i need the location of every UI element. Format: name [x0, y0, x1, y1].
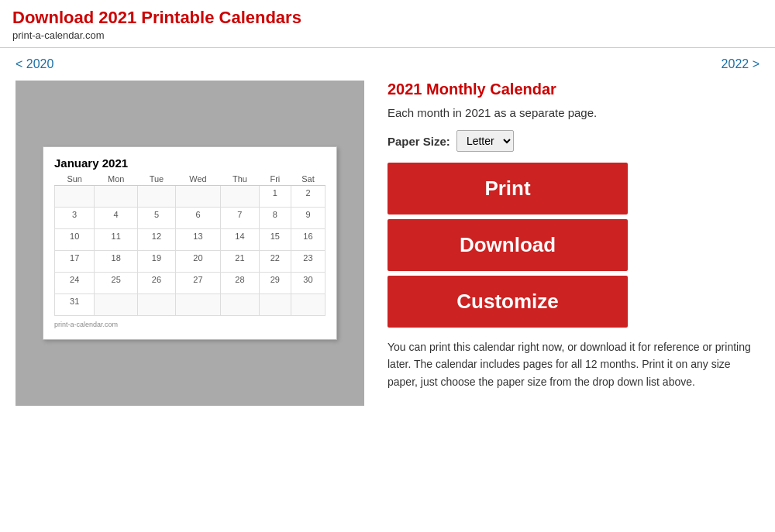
calendar-day: 30 — [291, 273, 325, 294]
calendar-day: 25 — [95, 273, 138, 294]
paper-size-label: Paper Size: — [388, 135, 450, 148]
calendar-day: 31 — [55, 294, 95, 316]
day-mon: Mon — [95, 173, 138, 186]
calendar-day: 16 — [291, 229, 325, 251]
calendar-day — [259, 294, 291, 316]
calendar-day: 13 — [175, 229, 220, 251]
next-year-link[interactable]: 2022 > — [722, 57, 760, 71]
prev-year-link[interactable]: < 2020 — [16, 57, 53, 71]
calendar-day: 6 — [175, 208, 220, 229]
calendar-day: 22 — [259, 251, 291, 273]
page-title: Download 2021 Printable Calendars — [12, 8, 763, 28]
right-panel: 2021 Monthly Calendar Each month in 2021… — [388, 81, 760, 406]
calendar-day: 2 — [291, 186, 325, 208]
calendar-day: 14 — [220, 229, 259, 251]
bottom-description: You can print this calendar right now, o… — [388, 338, 760, 390]
day-fri: Fri — [259, 173, 291, 186]
calendar-day: 28 — [220, 273, 259, 294]
calendar-day: 20 — [175, 251, 220, 273]
calendar-day — [95, 186, 138, 208]
calendar-day — [175, 186, 220, 208]
calendar-day: 21 — [220, 251, 259, 273]
calendar-day — [220, 294, 259, 316]
calendar-footer: print-a-calendar.com — [54, 321, 326, 328]
main-content: January 2021 Sun Mon Tue Wed Thu Fri Sat… — [0, 81, 775, 421]
paper-size-select[interactable]: Letter A4 Legal A3 — [456, 130, 514, 152]
calendar-day: 12 — [138, 229, 176, 251]
customize-button[interactable]: Customize — [388, 276, 628, 328]
day-sun: Sun — [55, 173, 95, 186]
calendar-day — [55, 186, 95, 208]
calendar-day — [220, 186, 259, 208]
day-wed: Wed — [175, 173, 220, 186]
calendar-day: 27 — [175, 273, 220, 294]
page-header: Download 2021 Printable Calendars print-… — [0, 0, 775, 48]
calendar-day: 9 — [291, 208, 325, 229]
calendar-day — [291, 294, 325, 316]
calendar-preview-container: January 2021 Sun Mon Tue Wed Thu Fri Sat… — [16, 81, 364, 406]
day-sat: Sat — [291, 173, 325, 186]
calendar-day: 7 — [220, 208, 259, 229]
calendar-name: 2021 Monthly Calendar — [388, 81, 760, 98]
calendar-day: 5 — [138, 208, 176, 229]
calendar-day: 17 — [55, 251, 95, 273]
calendar-day: 11 — [95, 229, 138, 251]
download-button[interactable]: Download — [388, 219, 628, 271]
calendar-preview: January 2021 Sun Mon Tue Wed Thu Fri Sat… — [43, 146, 337, 340]
calendar-day — [138, 186, 176, 208]
day-tue: Tue — [138, 173, 176, 186]
calendar-day — [95, 294, 138, 316]
calendar-day: 10 — [55, 229, 95, 251]
day-thu: Thu — [220, 173, 259, 186]
calendar-day: 23 — [291, 251, 325, 273]
year-nav: < 2020 2022 > — [0, 48, 775, 81]
calendar-month-title: January 2021 — [54, 156, 326, 170]
calendar-day: 1 — [259, 186, 291, 208]
calendar-day: 4 — [95, 208, 138, 229]
calendar-description: Each month in 2021 as a separate page. — [388, 106, 760, 119]
calendar-day: 18 — [95, 251, 138, 273]
calendar-day — [175, 294, 220, 316]
print-button[interactable]: Print — [388, 163, 628, 215]
paper-size-row: Paper Size: Letter A4 Legal A3 — [388, 130, 760, 152]
site-name: print-a-calendar.com — [12, 29, 763, 41]
calendar-day: 8 — [259, 208, 291, 229]
calendar-table: Sun Mon Tue Wed Thu Fri Sat 123456789101… — [54, 173, 326, 316]
calendar-day — [138, 294, 176, 316]
calendar-day: 19 — [138, 251, 176, 273]
calendar-day: 29 — [259, 273, 291, 294]
calendar-day: 24 — [55, 273, 95, 294]
calendar-day: 15 — [259, 229, 291, 251]
calendar-day: 26 — [138, 273, 176, 294]
calendar-day: 3 — [55, 208, 95, 229]
